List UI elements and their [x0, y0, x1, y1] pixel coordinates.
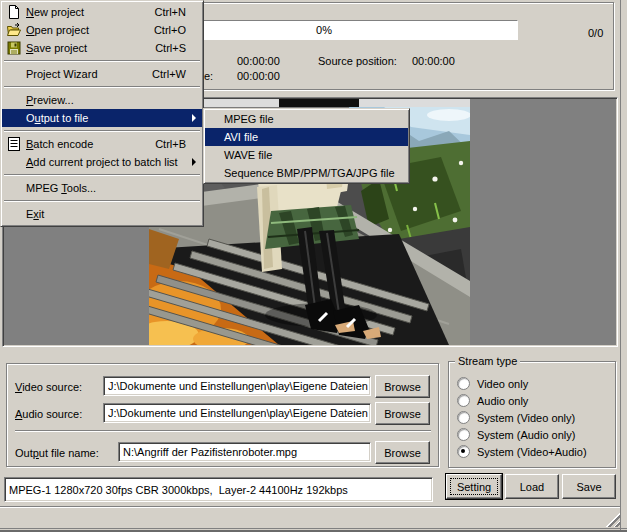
- submenu-item-label: WAVE file: [224, 149, 272, 161]
- submenu-item-label: Sequence BMP/PPM/TGA/JPG file: [224, 167, 395, 179]
- source-position-value: 00:00:00: [412, 55, 455, 67]
- menu-item-mpeg-tools[interactable]: MPEG Tools...: [2, 179, 202, 197]
- radio-label: Video only: [477, 378, 528, 390]
- video-source-label: Video source:: [15, 381, 82, 393]
- radio-label: System (Video+Audio): [477, 446, 587, 458]
- settings-summary-text: MPEG-1 1280x720 30fps CBR 3000kbps, Laye…: [5, 484, 348, 496]
- submenu-item-wave-file[interactable]: WAVE file: [205, 146, 408, 164]
- remaining-time-value: 00:00:00: [237, 70, 280, 82]
- stream-type-title: Stream type: [455, 355, 520, 367]
- menu-separator: [4, 60, 200, 62]
- submenu-item-mpeg-file[interactable]: MPEG file: [205, 110, 408, 128]
- radio-label: System (Audio only): [477, 429, 575, 441]
- submenu-arrow-icon: [192, 158, 196, 166]
- menu-icon-placeholder: [2, 154, 26, 170]
- video-source-browse-button[interactable]: Browse: [375, 375, 430, 398]
- menu-item-label: Project Wizard: [26, 68, 98, 80]
- submenu-item-label: AVI file: [224, 131, 258, 143]
- window-bottom-edge: [0, 528, 627, 529]
- menu-separator: [4, 174, 200, 176]
- output-file-input[interactable]: [118, 442, 371, 462]
- radio-button-icon[interactable]: [457, 445, 470, 458]
- stream-type-option-system-video-audio[interactable]: System (Video+Audio): [449, 443, 615, 460]
- menu-icon-placeholder: [2, 180, 26, 196]
- action-buttons: SettingLoadSave: [446, 474, 618, 499]
- menu-shortcut: Ctrl+W: [152, 68, 202, 80]
- menu-item-exit[interactable]: Exit: [2, 205, 202, 223]
- menu-item-label: Exit: [26, 208, 44, 220]
- menu-icon-placeholder: [2, 110, 26, 126]
- menu-separator: [4, 86, 200, 88]
- menu-item-batch-encode[interactable]: Batch encodeCtrl+B: [2, 135, 202, 153]
- menu-shortcut: Ctrl+N: [155, 6, 202, 18]
- menu-item-project-wizard[interactable]: Project WizardCtrl+W: [2, 65, 202, 83]
- menu-item-label: Preview...: [26, 94, 74, 106]
- submenu-item-avi-file[interactable]: AVI file: [205, 128, 408, 146]
- radio-button-icon[interactable]: [457, 428, 470, 441]
- stream-type-option-audio-only[interactable]: Audio only: [449, 392, 615, 409]
- menu-icon-placeholder: [2, 66, 26, 82]
- stream-type-option-system-audio-only[interactable]: System (Audio only): [449, 426, 615, 443]
- setting-button[interactable]: Setting: [446, 474, 502, 499]
- source-position-label: Source position:: [318, 55, 397, 67]
- output-file-label: Output file name:: [15, 447, 99, 459]
- stream-type-option-system-video-only[interactable]: System (Video only): [449, 409, 615, 426]
- menu-item-open-project[interactable]: Open projectCtrl+O: [2, 21, 202, 39]
- save-project-icon: [2, 40, 26, 56]
- menu-item-label: Save project: [26, 42, 87, 54]
- menu-icon-placeholder: [2, 92, 26, 108]
- form-separator: [15, 430, 431, 432]
- submenu-item-sequence-bmp-ppm-tga-jpg-file[interactable]: Sequence BMP/PPM/TGA/JPG file: [205, 164, 408, 182]
- menu-item-save-project[interactable]: Save projectCtrl+S: [2, 39, 202, 57]
- menu-item-label: Output to file: [26, 112, 88, 124]
- radio-label: System (Video only): [477, 412, 575, 424]
- elapsed-time-value: 00:00:00: [237, 55, 280, 67]
- open-project-icon: [2, 22, 26, 38]
- audio-source-label: Audio source:: [15, 408, 82, 420]
- output-file-browse-button[interactable]: Browse: [375, 441, 430, 464]
- radio-button-icon[interactable]: [457, 411, 470, 424]
- batch-counter: 0/0: [588, 27, 603, 39]
- menu-shortcut: Ctrl+B: [155, 138, 202, 150]
- remaining-time-label-partial: e:: [204, 70, 213, 82]
- submenu-arrow-icon: [192, 114, 196, 122]
- output-to-file-submenu: MPEG fileAVI fileWAVE fileSequence BMP/P…: [203, 108, 410, 184]
- resize-grip-icon[interactable]: [604, 512, 620, 527]
- audio-source-browse-button[interactable]: Browse: [375, 402, 430, 425]
- stream-type-group: Stream type Video onlyAudio onlySystem (…: [448, 361, 616, 468]
- menu-item-preview[interactable]: Preview...: [2, 91, 202, 109]
- radio-label: Audio only: [477, 395, 528, 407]
- menu-item-add-current-project-to-batch-list[interactable]: Add current project to batch list: [2, 153, 202, 171]
- menu-icon-placeholder: [2, 206, 26, 222]
- video-source-input[interactable]: [103, 376, 371, 396]
- statusbar-separator: [0, 506, 620, 508]
- menu-separator: [4, 200, 200, 202]
- progress-percent: 0%: [316, 24, 332, 36]
- batch-encode-icon: [2, 136, 26, 152]
- menu-item-label: Add current project to batch list: [26, 156, 178, 168]
- stream-type-option-video-only[interactable]: Video only: [449, 375, 615, 392]
- menu-item-new-project[interactable]: New projectCtrl+N: [2, 3, 202, 21]
- audio-source-input[interactable]: [103, 403, 371, 423]
- menu-separator: [4, 130, 200, 132]
- radio-button-icon[interactable]: [457, 377, 470, 390]
- submenu-item-label: MPEG file: [224, 113, 274, 125]
- menu-item-label: MPEG Tools...: [26, 182, 96, 194]
- save-button[interactable]: Save: [562, 474, 616, 499]
- menu-shortcut: Ctrl+O: [154, 24, 202, 36]
- window-right-edge: [620, 0, 621, 532]
- menu-item-label: Batch encode: [26, 138, 93, 150]
- load-button[interactable]: Load: [505, 474, 559, 499]
- menu-shortcut: Ctrl+S: [155, 42, 202, 54]
- new-project-icon: [2, 4, 26, 20]
- settings-summary-field: MPEG-1 1280x720 30fps CBR 3000kbps, Laye…: [4, 477, 433, 502]
- menu-item-label: Open project: [26, 24, 89, 36]
- file-menu: New projectCtrl+NOpen projectCtrl+OSave …: [0, 0, 204, 227]
- stream-type-options: Video onlyAudio onlySystem (Video only)S…: [449, 375, 615, 460]
- menu-item-output-to-file[interactable]: Output to file: [2, 109, 202, 127]
- radio-button-icon[interactable]: [457, 394, 470, 407]
- menu-item-label: New project: [26, 6, 84, 18]
